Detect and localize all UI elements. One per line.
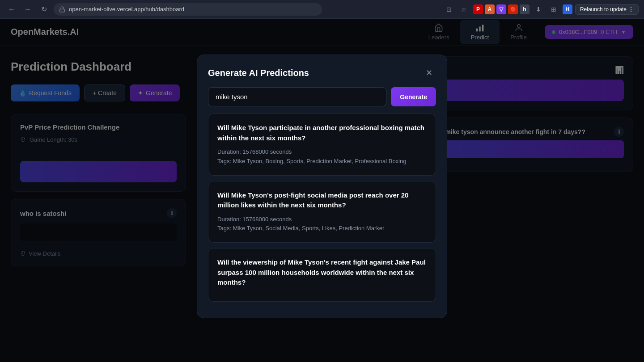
relaunch-label: Relaunch to update	[580, 6, 627, 13]
modal-overlay: Generate AI Predictions ✕ Generate Will …	[0, 19, 644, 362]
ext-h-icon[interactable]: h	[520, 4, 530, 14]
modal-header: Generate AI Predictions ✕	[197, 55, 447, 87]
prediction-tags: Tags: Mike Tyson, Boxing, Sports, Predic…	[217, 157, 427, 166]
generate-modal: Generate AI Predictions ✕ Generate Will …	[197, 55, 447, 318]
back-button[interactable]: ←	[5, 3, 18, 16]
modal-title: Generate AI Predictions	[208, 68, 309, 78]
ext-p-icon[interactable]: P	[473, 4, 483, 14]
svg-rect-0	[60, 9, 65, 12]
prediction-question: Will the viewership of Mike Tyson's rece…	[217, 257, 427, 288]
prediction-question: Will Mike Tyson's post-fight social medi…	[217, 190, 427, 210]
modal-generate-button[interactable]: Generate	[391, 87, 436, 106]
relaunch-button[interactable]: Relaunch to update ⋮	[575, 4, 639, 15]
cast-button[interactable]: ⊡	[443, 3, 455, 16]
address-bar[interactable]: open-market-olive.vercel.app/hub/dashboa…	[54, 3, 322, 16]
prediction-question: Will Mike Tyson participate in another p…	[217, 123, 427, 143]
modal-search-input[interactable]	[208, 87, 386, 106]
prediction-duration: Duration: 15768000 seconds	[217, 215, 427, 224]
url-text: open-market-olive.vercel.app/hub/dashboa…	[69, 6, 184, 13]
ext-a-icon[interactable]: A	[485, 4, 495, 14]
ext-v-icon[interactable]: ▽	[496, 4, 506, 14]
browser-chrome: ← → ↻ open-market-olive.vercel.app/hub/d…	[0, 0, 644, 19]
prediction-item: Will Mike Tyson participate in another p…	[208, 114, 436, 176]
prediction-item: Will Mike Tyson's post-fight social medi…	[208, 181, 436, 243]
bookmark-button[interactable]: ☆	[458, 3, 470, 16]
modal-search-area: Generate	[197, 87, 447, 114]
extension-icons: P A ▽ 🔴 h	[473, 4, 530, 14]
download-button[interactable]: ⬇	[532, 3, 545, 16]
ext-r-icon[interactable]: 🔴	[508, 4, 518, 14]
browser-actions: ⊡ ☆ P A ▽ 🔴 h ⬇ ⊞ H Relaunch to update ⋮	[443, 3, 639, 16]
lock-icon	[59, 6, 65, 13]
sidebar-button[interactable]: ⊞	[547, 3, 560, 16]
modal-results[interactable]: Will Mike Tyson participate in another p…	[197, 114, 447, 318]
prediction-item: Will the viewership of Mike Tyson's rece…	[208, 248, 436, 302]
prediction-duration: Duration: 15768000 seconds	[217, 147, 427, 157]
profile-icon[interactable]: H	[563, 4, 572, 14]
refresh-button[interactable]: ↻	[38, 3, 50, 16]
modal-close-button[interactable]: ✕	[422, 66, 436, 80]
prediction-tags: Tags: Mike Tyson, Social Media, Sports, …	[217, 224, 427, 233]
forward-button[interactable]: →	[21, 3, 34, 16]
